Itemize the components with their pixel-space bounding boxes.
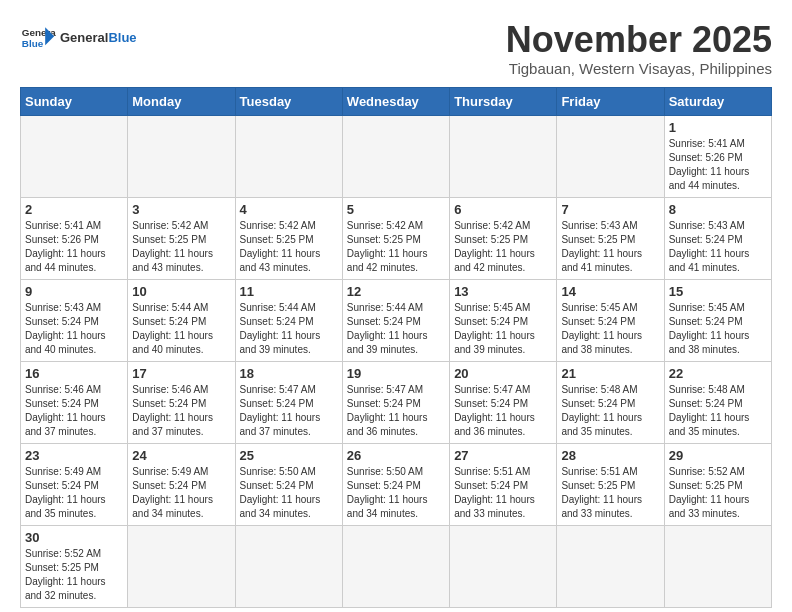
calendar-cell: 18Sunrise: 5:47 AM Sunset: 5:24 PM Dayli… <box>235 361 342 443</box>
day-number: 16 <box>25 366 123 381</box>
calendar-cell: 17Sunrise: 5:46 AM Sunset: 5:24 PM Dayli… <box>128 361 235 443</box>
calendar-cell: 13Sunrise: 5:45 AM Sunset: 5:24 PM Dayli… <box>450 279 557 361</box>
day-number: 12 <box>347 284 445 299</box>
logo: General Blue GeneralBlue <box>20 20 137 56</box>
calendar-cell: 5Sunrise: 5:42 AM Sunset: 5:25 PM Daylig… <box>342 197 449 279</box>
calendar-cell: 12Sunrise: 5:44 AM Sunset: 5:24 PM Dayli… <box>342 279 449 361</box>
calendar-cell: 26Sunrise: 5:50 AM Sunset: 5:24 PM Dayli… <box>342 443 449 525</box>
day-number: 30 <box>25 530 123 545</box>
calendar-cell: 15Sunrise: 5:45 AM Sunset: 5:24 PM Dayli… <box>664 279 771 361</box>
day-info: Sunrise: 5:44 AM Sunset: 5:24 PM Dayligh… <box>240 301 338 357</box>
day-number: 25 <box>240 448 338 463</box>
calendar-week-row: 16Sunrise: 5:46 AM Sunset: 5:24 PM Dayli… <box>21 361 772 443</box>
weekday-header: Tuesday <box>235 87 342 115</box>
day-number: 6 <box>454 202 552 217</box>
day-number: 9 <box>25 284 123 299</box>
day-number: 22 <box>669 366 767 381</box>
page-header: General Blue GeneralBlue November 2025 T… <box>20 20 772 77</box>
day-number: 27 <box>454 448 552 463</box>
day-number: 18 <box>240 366 338 381</box>
day-info: Sunrise: 5:48 AM Sunset: 5:24 PM Dayligh… <box>669 383 767 439</box>
day-number: 19 <box>347 366 445 381</box>
day-number: 23 <box>25 448 123 463</box>
calendar-cell: 9Sunrise: 5:43 AM Sunset: 5:24 PM Daylig… <box>21 279 128 361</box>
weekday-header: Sunday <box>21 87 128 115</box>
day-info: Sunrise: 5:43 AM Sunset: 5:25 PM Dayligh… <box>561 219 659 275</box>
day-number: 20 <box>454 366 552 381</box>
day-info: Sunrise: 5:43 AM Sunset: 5:24 PM Dayligh… <box>669 219 767 275</box>
day-info: Sunrise: 5:46 AM Sunset: 5:24 PM Dayligh… <box>25 383 123 439</box>
day-number: 24 <box>132 448 230 463</box>
day-info: Sunrise: 5:46 AM Sunset: 5:24 PM Dayligh… <box>132 383 230 439</box>
day-info: Sunrise: 5:52 AM Sunset: 5:25 PM Dayligh… <box>669 465 767 521</box>
calendar-cell: 10Sunrise: 5:44 AM Sunset: 5:24 PM Dayli… <box>128 279 235 361</box>
calendar-week-row: 23Sunrise: 5:49 AM Sunset: 5:24 PM Dayli… <box>21 443 772 525</box>
calendar-header-row: SundayMondayTuesdayWednesdayThursdayFrid… <box>21 87 772 115</box>
location: Tigbauan, Western Visayas, Philippines <box>506 60 772 77</box>
day-number: 28 <box>561 448 659 463</box>
logo-icon: General Blue <box>20 20 56 56</box>
calendar-cell: 30Sunrise: 5:52 AM Sunset: 5:25 PM Dayli… <box>21 525 128 607</box>
day-info: Sunrise: 5:50 AM Sunset: 5:24 PM Dayligh… <box>347 465 445 521</box>
day-info: Sunrise: 5:49 AM Sunset: 5:24 PM Dayligh… <box>132 465 230 521</box>
day-number: 14 <box>561 284 659 299</box>
calendar-week-row: 2Sunrise: 5:41 AM Sunset: 5:26 PM Daylig… <box>21 197 772 279</box>
day-number: 1 <box>669 120 767 135</box>
calendar-cell <box>450 525 557 607</box>
day-info: Sunrise: 5:49 AM Sunset: 5:24 PM Dayligh… <box>25 465 123 521</box>
calendar-cell <box>128 525 235 607</box>
calendar-cell: 16Sunrise: 5:46 AM Sunset: 5:24 PM Dayli… <box>21 361 128 443</box>
day-info: Sunrise: 5:51 AM Sunset: 5:24 PM Dayligh… <box>454 465 552 521</box>
day-info: Sunrise: 5:42 AM Sunset: 5:25 PM Dayligh… <box>347 219 445 275</box>
calendar-cell <box>342 525 449 607</box>
calendar-cell: 29Sunrise: 5:52 AM Sunset: 5:25 PM Dayli… <box>664 443 771 525</box>
calendar-cell <box>235 115 342 197</box>
weekday-header: Wednesday <box>342 87 449 115</box>
day-info: Sunrise: 5:47 AM Sunset: 5:24 PM Dayligh… <box>454 383 552 439</box>
day-info: Sunrise: 5:50 AM Sunset: 5:24 PM Dayligh… <box>240 465 338 521</box>
calendar-cell: 25Sunrise: 5:50 AM Sunset: 5:24 PM Dayli… <box>235 443 342 525</box>
day-info: Sunrise: 5:42 AM Sunset: 5:25 PM Dayligh… <box>240 219 338 275</box>
svg-text:Blue: Blue <box>22 38 44 49</box>
calendar-cell <box>128 115 235 197</box>
calendar-cell <box>21 115 128 197</box>
day-number: 2 <box>25 202 123 217</box>
weekday-header: Friday <box>557 87 664 115</box>
calendar-cell: 3Sunrise: 5:42 AM Sunset: 5:25 PM Daylig… <box>128 197 235 279</box>
day-number: 17 <box>132 366 230 381</box>
title-block: November 2025 Tigbauan, Western Visayas,… <box>506 20 772 77</box>
logo-blue: Blue <box>108 30 136 45</box>
calendar-cell <box>557 525 664 607</box>
calendar-cell: 24Sunrise: 5:49 AM Sunset: 5:24 PM Dayli… <box>128 443 235 525</box>
calendar-cell: 23Sunrise: 5:49 AM Sunset: 5:24 PM Dayli… <box>21 443 128 525</box>
day-number: 8 <box>669 202 767 217</box>
weekday-header: Saturday <box>664 87 771 115</box>
calendar-cell: 4Sunrise: 5:42 AM Sunset: 5:25 PM Daylig… <box>235 197 342 279</box>
calendar-cell <box>557 115 664 197</box>
calendar-cell <box>235 525 342 607</box>
calendar-cell: 21Sunrise: 5:48 AM Sunset: 5:24 PM Dayli… <box>557 361 664 443</box>
calendar-cell: 8Sunrise: 5:43 AM Sunset: 5:24 PM Daylig… <box>664 197 771 279</box>
logo-general: General <box>60 30 108 45</box>
month-title: November 2025 <box>506 20 772 60</box>
calendar-week-row: 30Sunrise: 5:52 AM Sunset: 5:25 PM Dayli… <box>21 525 772 607</box>
calendar-cell: 6Sunrise: 5:42 AM Sunset: 5:25 PM Daylig… <box>450 197 557 279</box>
calendar-cell <box>450 115 557 197</box>
calendar-cell: 1Sunrise: 5:41 AM Sunset: 5:26 PM Daylig… <box>664 115 771 197</box>
calendar-week-row: 9Sunrise: 5:43 AM Sunset: 5:24 PM Daylig… <box>21 279 772 361</box>
day-info: Sunrise: 5:47 AM Sunset: 5:24 PM Dayligh… <box>347 383 445 439</box>
day-number: 13 <box>454 284 552 299</box>
day-info: Sunrise: 5:45 AM Sunset: 5:24 PM Dayligh… <box>561 301 659 357</box>
day-info: Sunrise: 5:42 AM Sunset: 5:25 PM Dayligh… <box>454 219 552 275</box>
day-info: Sunrise: 5:43 AM Sunset: 5:24 PM Dayligh… <box>25 301 123 357</box>
calendar-cell: 28Sunrise: 5:51 AM Sunset: 5:25 PM Dayli… <box>557 443 664 525</box>
calendar-week-row: 1Sunrise: 5:41 AM Sunset: 5:26 PM Daylig… <box>21 115 772 197</box>
day-info: Sunrise: 5:42 AM Sunset: 5:25 PM Dayligh… <box>132 219 230 275</box>
day-info: Sunrise: 5:44 AM Sunset: 5:24 PM Dayligh… <box>132 301 230 357</box>
weekday-header: Monday <box>128 87 235 115</box>
day-number: 3 <box>132 202 230 217</box>
day-number: 26 <box>347 448 445 463</box>
day-info: Sunrise: 5:45 AM Sunset: 5:24 PM Dayligh… <box>454 301 552 357</box>
day-number: 21 <box>561 366 659 381</box>
day-info: Sunrise: 5:52 AM Sunset: 5:25 PM Dayligh… <box>25 547 123 603</box>
